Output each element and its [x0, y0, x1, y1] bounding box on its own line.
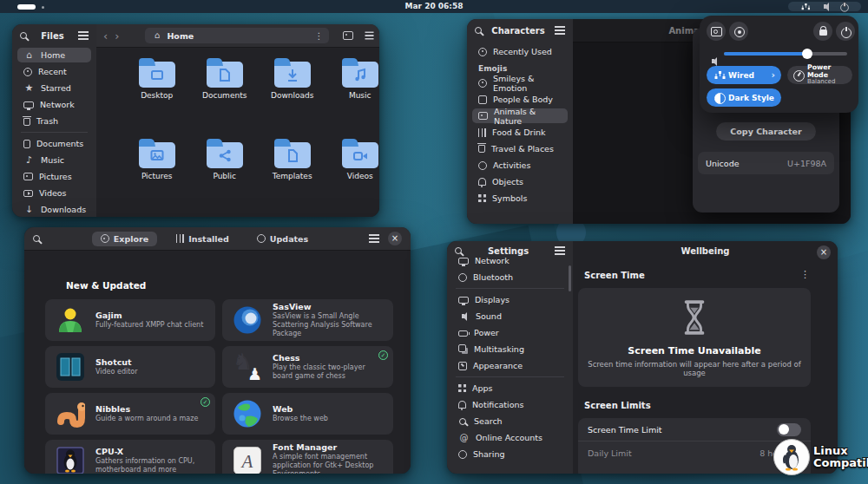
- network-icon: [23, 101, 34, 108]
- dark-style-toggle[interactable]: Dark Style: [707, 88, 781, 107]
- menu-icon[interactable]: [555, 26, 565, 35]
- folder-desktop[interactable]: Desktop: [123, 56, 191, 131]
- watermark-line2: Compatible: [813, 457, 868, 469]
- app-card-chess[interactable]: ♞ ♟ ChessPlay the classic two-player boa…: [222, 346, 393, 388]
- menu-icon[interactable]: [555, 246, 565, 255]
- window-title: Files: [32, 31, 73, 41]
- folder-music[interactable]: Music: [326, 56, 379, 131]
- power-mode-toggle[interactable]: Power Mode Balanced: [787, 66, 852, 84]
- sidebar-item-music[interactable]: ♪Music: [17, 153, 91, 167]
- sidebar-item-bluetooth[interactable]: Bluetooth: [452, 270, 568, 285]
- volume-slider[interactable]: [724, 52, 847, 56]
- app-card-gajim[interactable]: GajimFully-featured XMPP chat client: [45, 299, 215, 341]
- sidebar-item-recently-used[interactable]: Recently Used: [472, 44, 568, 59]
- menu-icon[interactable]: [369, 234, 379, 243]
- folder-downloads[interactable]: Downloads: [259, 56, 326, 131]
- search-icon[interactable]: [20, 32, 27, 39]
- sidebar-item-appearance[interactable]: Appearance: [452, 358, 568, 373]
- scrollbar[interactable]: [569, 265, 571, 291]
- app-card-font-manager[interactable]: A Font ManagerA simple font management a…: [222, 440, 393, 474]
- shotcut-app-icon: [56, 352, 85, 382]
- search-icon[interactable]: [475, 27, 482, 34]
- clock-icon: [478, 48, 487, 56]
- sidebar-item-downloads[interactable]: ↓Downloads: [17, 202, 91, 217]
- app-card-nibbles[interactable]: NibblesGuide a worm around a maze ✓: [45, 393, 215, 435]
- screen-time-menu-icon[interactable]: ⋮: [800, 269, 810, 280]
- sidebar-item-symbols[interactable]: Symbols: [472, 191, 568, 206]
- folder-templates[interactable]: Templates: [259, 137, 326, 212]
- sidebar-item-smileys[interactable]: Smileys & Emotion: [472, 75, 568, 90]
- app-card-sasview[interactable]: SasViewSasView is a Small Angle Scatteri…: [222, 299, 393, 341]
- sidebar-item-recent[interactable]: Recent: [17, 64, 91, 79]
- search-icon: [459, 418, 466, 425]
- video-icon: [23, 190, 33, 197]
- close-button[interactable]: ×: [817, 245, 831, 259]
- apps-grid-icon: [458, 384, 466, 392]
- search-icon[interactable]: [33, 235, 40, 242]
- screenshot-button[interactable]: [707, 22, 726, 41]
- sidebar-item-network[interactable]: Network: [452, 253, 568, 268]
- window-title: Characters: [487, 26, 549, 36]
- sidebar-item-videos[interactable]: Videos: [17, 186, 91, 200]
- sidebar-item-activities[interactable]: Activities: [472, 158, 568, 173]
- tab-updates[interactable]: Updates: [248, 232, 317, 246]
- search-icon[interactable]: [455, 247, 462, 254]
- sidebar-item-search[interactable]: Search: [452, 414, 568, 428]
- network-icon: [458, 258, 469, 265]
- forward-button[interactable]: ›: [115, 30, 119, 42]
- folder-pictures[interactable]: Pictures: [123, 137, 191, 212]
- menu-icon[interactable]: [78, 31, 89, 40]
- app-card-cpu-x[interactable]: CPU-XGathers information on CPU, motherb…: [45, 440, 215, 474]
- path-menu-icon[interactable]: ⋮: [314, 31, 323, 41]
- sidebar-item-objects[interactable]: Objects: [472, 174, 568, 189]
- system-tray[interactable]: [788, 2, 861, 11]
- clock[interactable]: Mar 20 06:58: [0, 0, 868, 13]
- lock-button[interactable]: [813, 22, 832, 41]
- unicode-row: Unicode U+1F98A: [698, 152, 834, 174]
- sidebar-item-food[interactable]: Food & Drink: [472, 125, 568, 140]
- sharing-icon: [458, 450, 467, 459]
- breadcrumb[interactable]: ⌂ Home ⋮: [145, 28, 329, 43]
- power-button[interactable]: [836, 22, 855, 41]
- sidebar-item-network[interactable]: Network: [17, 97, 91, 112]
- back-button[interactable]: ‹: [103, 30, 108, 42]
- sidebar-item-displays[interactable]: Displays: [452, 292, 568, 307]
- wired-toggle[interactable]: Wired ›: [707, 66, 781, 84]
- folder-videos[interactable]: Videos: [326, 137, 379, 212]
- volume-slider-knob[interactable]: [802, 49, 812, 59]
- copy-character-button[interactable]: Copy Character: [716, 122, 815, 141]
- sidebar-item-online-accounts[interactable]: @Online Accounts: [452, 430, 568, 445]
- tab-installed[interactable]: Installed: [168, 232, 238, 246]
- sidebar-item-multitasking[interactable]: Multitasking: [452, 342, 568, 356]
- tab-explore[interactable]: Explore: [92, 232, 157, 246]
- document-icon: [23, 140, 30, 148]
- wired-expand-icon[interactable]: ›: [771, 69, 775, 81]
- sidebar-item-documents[interactable]: Documents: [17, 136, 91, 151]
- app-card-web[interactable]: WebBrowse the web: [222, 393, 393, 435]
- display-icon: [458, 297, 469, 304]
- sidebar-item-starred[interactable]: ★Starred: [17, 81, 91, 95]
- sidebar-item-home[interactable]: ⌂Home: [17, 48, 91, 62]
- screen-time-limit-toggle[interactable]: [777, 423, 801, 436]
- close-button[interactable]: ×: [388, 232, 402, 245]
- app-card-shotcut[interactable]: ShotcutVideo editor: [45, 346, 215, 388]
- sidebar-item-people[interactable]: People & Body: [472, 92, 568, 107]
- folder-public[interactable]: Public: [191, 137, 259, 212]
- volume-icon: [824, 4, 826, 9]
- top-bar: Mar 20 06:58: [0, 0, 868, 13]
- sidebar-item-pictures[interactable]: Pictures: [17, 169, 91, 184]
- view-list-icon[interactable]: [365, 32, 374, 40]
- sidebar-item-power[interactable]: Power: [452, 325, 568, 340]
- sidebar-item-travel[interactable]: Travel & Places: [472, 141, 568, 156]
- new-folder-icon[interactable]: [343, 31, 353, 40]
- quick-settings-panel: Wired › Power Mode Balanced Dark Style: [700, 16, 858, 113]
- sidebar-item-notifications[interactable]: Notifications: [452, 397, 568, 412]
- sidebar-item-trash[interactable]: Trash: [17, 114, 91, 128]
- settings-gear-button[interactable]: [729, 22, 748, 41]
- sidebar-item-apps[interactable]: Apps: [452, 381, 568, 396]
- sidebar-item-animals[interactable]: Animals & Nature: [472, 108, 568, 123]
- sasview-app-icon: [233, 305, 262, 335]
- folder-documents[interactable]: Documents: [191, 56, 259, 131]
- sidebar-item-sound[interactable]: Sound: [452, 309, 568, 324]
- sidebar-item-sharing[interactable]: Sharing: [452, 447, 568, 461]
